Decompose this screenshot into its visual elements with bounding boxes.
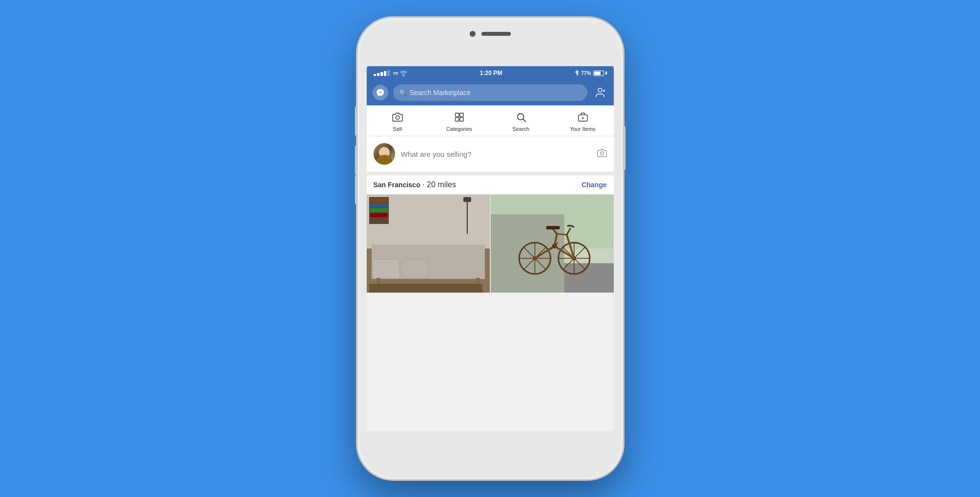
sell-input[interactable] xyxy=(401,150,591,158)
bike-image xyxy=(491,195,614,293)
sofa-cushion-1 xyxy=(373,259,400,279)
sell-icon xyxy=(391,110,404,124)
signal-dot-5 xyxy=(387,70,390,76)
messenger-svg-icon xyxy=(376,88,385,97)
photo-button[interactable] xyxy=(597,148,607,160)
your-items-label: Your Items xyxy=(570,126,595,132)
product-bike[interactable] xyxy=(491,195,614,293)
search-label: Search xyxy=(512,126,529,132)
phone-speaker xyxy=(481,32,511,36)
camera-svg-icon xyxy=(392,112,403,123)
phone-camera xyxy=(470,31,476,37)
city-name: San Francisco xyxy=(374,181,421,189)
lamp-shade xyxy=(463,197,471,202)
table-surface xyxy=(369,284,482,293)
categories-label: Categories xyxy=(446,126,472,132)
bike-svg-container xyxy=(498,204,611,288)
search-placeholder-text: Search Marketplace xyxy=(410,89,471,97)
search-svg-icon xyxy=(516,112,527,123)
tab-categories[interactable]: Categories xyxy=(428,110,490,132)
phone-top-area xyxy=(470,31,511,37)
bluetooth-icon xyxy=(575,70,579,76)
lamp-pole xyxy=(467,199,468,234)
signal-dots xyxy=(374,70,390,76)
sell-label: Sell xyxy=(393,126,402,132)
battery-tip xyxy=(605,72,607,75)
your-items-svg-icon xyxy=(578,112,588,123)
camera-photo-icon xyxy=(597,148,607,158)
tab-your-items[interactable]: Your Items xyxy=(552,110,614,132)
book-2 xyxy=(370,203,388,207)
bicycle-svg xyxy=(518,214,591,278)
wifi-icon: ▿▿ xyxy=(393,71,398,76)
your-items-icon xyxy=(576,110,590,124)
svg-rect-31 xyxy=(546,226,560,229)
status-left: ▿▿ xyxy=(374,70,407,76)
svg-line-28 xyxy=(557,234,567,235)
book-3 xyxy=(370,208,388,212)
distance-text: 20 miles xyxy=(427,180,456,189)
search-icon: 🔍 xyxy=(399,89,407,97)
svg-line-8 xyxy=(523,119,526,122)
phone-container: ▿▿ 1:20 PM 77% xyxy=(358,18,623,479)
sofa-image xyxy=(367,195,490,293)
location-bar: San Francisco · 20 miles Change xyxy=(367,175,614,195)
profile-svg-icon xyxy=(594,87,606,99)
tab-sell[interactable]: Sell xyxy=(367,110,428,132)
book-1 xyxy=(370,199,388,202)
svg-rect-4 xyxy=(459,113,463,117)
svg-line-32 xyxy=(567,228,571,235)
sofa-leg-2 xyxy=(476,278,480,284)
user-avatar xyxy=(374,143,395,165)
svg-rect-6 xyxy=(459,118,463,121)
signal-dot-1 xyxy=(374,74,376,76)
search-tab-icon xyxy=(514,110,528,124)
svg-rect-3 xyxy=(455,113,458,117)
bookshelf xyxy=(369,197,389,224)
profile-button[interactable] xyxy=(592,85,608,100)
categories-icon xyxy=(452,110,466,124)
battery-fill xyxy=(594,72,601,75)
sell-area xyxy=(367,136,614,175)
battery-body xyxy=(593,71,604,76)
location-separator: · xyxy=(423,180,427,189)
battery-icon xyxy=(593,71,607,76)
product-grid xyxy=(367,195,614,293)
search-bar[interactable]: 🔍 Search Marketplace xyxy=(393,84,587,101)
signal-dot-3 xyxy=(380,72,383,76)
status-right: 77% xyxy=(575,70,606,76)
avatar-image xyxy=(374,143,395,165)
signal-dot-2 xyxy=(377,73,379,76)
tab-search[interactable]: Search xyxy=(490,110,552,132)
categories-svg-icon xyxy=(454,112,465,123)
messenger-button[interactable] xyxy=(373,85,388,100)
tab-bar: Sell Categories xyxy=(367,105,614,136)
svg-point-2 xyxy=(396,116,399,119)
svg-rect-5 xyxy=(455,118,458,121)
change-location-button[interactable]: Change xyxy=(581,181,606,189)
signal-dot-4 xyxy=(384,71,386,76)
svg-point-12 xyxy=(600,151,603,155)
location-text: San Francisco · 20 miles xyxy=(374,180,456,189)
phone-screen: ▿▿ 1:20 PM 77% xyxy=(367,66,614,431)
wifi-svg-icon xyxy=(400,71,407,76)
sofa-leg-1 xyxy=(377,278,380,284)
book-4 xyxy=(370,213,388,217)
fb-navbar: 🔍 Search Marketplace xyxy=(367,80,614,105)
svg-line-25 xyxy=(535,246,554,258)
product-sofa[interactable] xyxy=(367,195,490,293)
sofa-cushion-2 xyxy=(401,259,428,279)
status-bar: ▿▿ 1:20 PM 77% xyxy=(367,66,614,80)
battery-percent: 77% xyxy=(581,71,591,76)
status-time: 1:20 PM xyxy=(480,70,502,76)
